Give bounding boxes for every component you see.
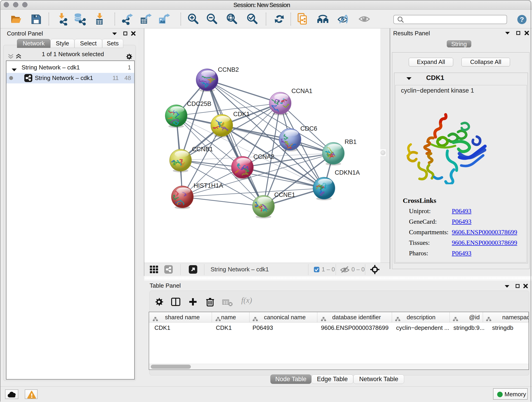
svg-text:HIST1H1A: HIST1H1A: [194, 182, 223, 189]
svg-text:CDC6: CDC6: [300, 125, 317, 132]
svg-text:CDK1: CDK1: [233, 111, 250, 118]
svg-text:CCNA2: CCNA2: [253, 153, 274, 160]
svg-text:CCNA1: CCNA1: [291, 88, 312, 95]
svg-text:CCNB1: CCNB1: [192, 146, 213, 153]
svg-text:RB1: RB1: [345, 138, 357, 145]
svg-text:CDC25B: CDC25B: [187, 100, 211, 107]
svg-text:CCNB2: CCNB2: [218, 66, 239, 73]
svg-text:CCNE1: CCNE1: [274, 191, 295, 198]
svg-text:CDKN1A: CDKN1A: [335, 169, 360, 176]
